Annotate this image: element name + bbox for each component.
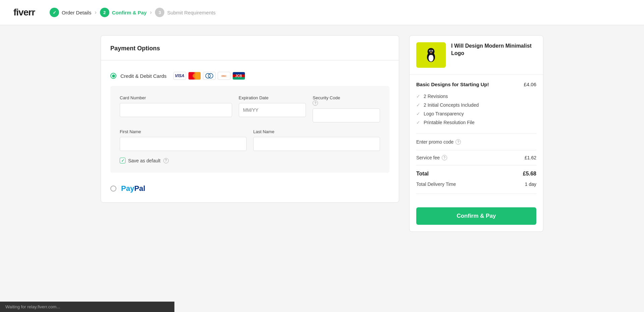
breadcrumb: ✓ Order Details › 2 Confirm & Pay › 3 Su… (50, 8, 216, 17)
main-content: Payment Options Credit & Debit Cards VIS… (87, 35, 557, 232)
total-row: Total £5.68 (416, 165, 536, 181)
gig-title: I Will Design Modern Minimalist Logo (451, 42, 536, 57)
confirm-pay-button[interactable]: Confirm & Pay (416, 207, 536, 225)
promo-row[interactable]: Enter promo code ? (416, 134, 536, 150)
paypal-method-row[interactable]: PayPal (110, 179, 389, 193)
service-fee-value: £1.62 (525, 155, 536, 160)
service-fee-row: Service fee ? £1.62 (416, 150, 536, 165)
package-name: Basic Designs for Starting Up! (416, 82, 489, 87)
step-2-label: Confirm & Pay (112, 10, 147, 15)
name-row: First Name Last Name (120, 129, 380, 151)
card-number-input[interactable] (120, 103, 232, 117)
security-label: Security Code (313, 95, 340, 100)
security-group: Security Code ? (313, 95, 380, 122)
svg-point-6 (429, 49, 433, 54)
service-fee-label-group: Service fee ? (416, 155, 447, 160)
total-value: £5.68 (523, 171, 536, 177)
payment-title: Payment Options (110, 45, 389, 52)
fiverr-logo: fiverr (13, 7, 35, 18)
svg-point-9 (429, 50, 430, 51)
security-label-row: Security Code ? (313, 95, 380, 106)
gig-thumbnail (416, 42, 446, 68)
security-help-icon[interactable]: ? (313, 100, 318, 106)
feature-list: ✓ 2 Revisions ✓ 2 Initial Concepts Inclu… (416, 92, 536, 127)
delivery-label: Total Delivery Time (416, 181, 456, 187)
first-name-group: First Name (120, 129, 247, 151)
total-label: Total (416, 171, 429, 177)
check-icon-1: ✓ (416, 94, 420, 99)
svg-point-1 (208, 73, 213, 78)
last-name-label: Last Name (253, 129, 380, 134)
credit-card-label: Credit & Debit Cards (120, 73, 167, 79)
step-3-label: Submit Requirements (167, 10, 215, 15)
check-icon-4: ✓ (416, 120, 420, 125)
first-name-input[interactable] (120, 137, 247, 151)
check-icon-2: ✓ (416, 102, 420, 108)
step-1-circle: ✓ (50, 8, 59, 17)
save-default-checkbox[interactable] (120, 158, 125, 163)
first-name-label: First Name (120, 129, 247, 134)
discover-icon: DISC (218, 72, 230, 80)
expiry-input[interactable] (239, 103, 306, 117)
paypal-radio[interactable] (110, 186, 116, 192)
visa-icon: VISA (173, 72, 186, 80)
breadcrumb-step-2: 2 Confirm & Pay (100, 8, 147, 17)
feature-label-2: 2 Initial Concepts Included (424, 102, 479, 108)
divider (101, 60, 399, 60)
header: fiverr ✓ Order Details › 2 Confirm & Pay… (0, 0, 644, 25)
feature-item-2: ✓ 2 Initial Concepts Included (416, 101, 536, 109)
step-1-label: Order Details (62, 10, 91, 15)
card-icons: VISA DISC JCB (173, 72, 245, 80)
svg-point-10 (432, 50, 433, 51)
last-name-group: Last Name (253, 129, 380, 151)
order-summary: I Will Design Modern Minimalist Logo Bas… (409, 35, 543, 232)
card-number-label: Card Number (120, 95, 232, 100)
feature-label-3: Logo Transparency (424, 111, 464, 116)
step-3-circle: 3 (155, 8, 164, 17)
card-details-row: Card Number Expiration Date Security Cod… (120, 95, 380, 122)
feature-label-4: Printable Resolution File (424, 120, 475, 125)
feature-label-1: 2 Revisions (424, 94, 448, 99)
jcb-icon: JCB (232, 72, 245, 80)
paypal-logo: PayPal (121, 184, 145, 193)
check-icon-3: ✓ (416, 111, 420, 116)
diners-icon (203, 72, 216, 80)
expiry-group: Expiration Date (239, 95, 306, 122)
card-form-section: Card Number Expiration Date Security Cod… (110, 86, 389, 173)
last-name-input[interactable] (253, 137, 380, 151)
expiry-label: Expiration Date (239, 95, 306, 100)
promo-help-icon[interactable]: ? (455, 139, 461, 145)
svg-point-0 (206, 73, 210, 78)
service-fee-label: Service fee (416, 155, 440, 160)
card-number-group: Card Number (120, 95, 232, 122)
save-default-label: Save as default (128, 158, 161, 163)
feature-item-3: ✓ Logo Transparency (416, 109, 536, 118)
package-row: Basic Designs for Starting Up! £4.06 (416, 82, 536, 87)
credit-card-method-row[interactable]: Credit & Debit Cards VISA DISC JCB (110, 67, 389, 85)
service-fee-help-icon[interactable]: ? (442, 155, 447, 160)
svg-point-11 (430, 52, 432, 53)
feature-item-4: ✓ Printable Resolution File (416, 118, 536, 127)
chevron-1: › (95, 9, 96, 15)
svg-point-4 (429, 55, 434, 62)
delivery-row: Total Delivery Time 1 day (416, 181, 536, 194)
breadcrumb-step-3: 3 Submit Requirements (155, 8, 215, 17)
promo-label: Enter promo code (416, 139, 453, 145)
feature-item-1: ✓ 2 Revisions (416, 92, 536, 101)
save-default-help-icon[interactable]: ? (163, 158, 169, 163)
breadcrumb-step-1: ✓ Order Details (50, 8, 91, 17)
package-price: £4.06 (524, 82, 536, 87)
security-input[interactable] (313, 108, 380, 122)
payment-panel: Payment Options Credit & Debit Cards VIS… (101, 35, 399, 203)
chevron-2: › (150, 9, 152, 15)
save-default-row: Save as default ? (120, 158, 380, 163)
credit-card-radio[interactable] (110, 73, 116, 79)
summary-body: Basic Designs for Starting Up! £4.06 ✓ 2… (410, 75, 543, 201)
mastercard-icon (188, 72, 201, 80)
gig-header: I Will Design Modern Minimalist Logo (410, 36, 543, 74)
step-2-circle: 2 (100, 8, 109, 17)
delivery-value: 1 day (525, 181, 536, 187)
